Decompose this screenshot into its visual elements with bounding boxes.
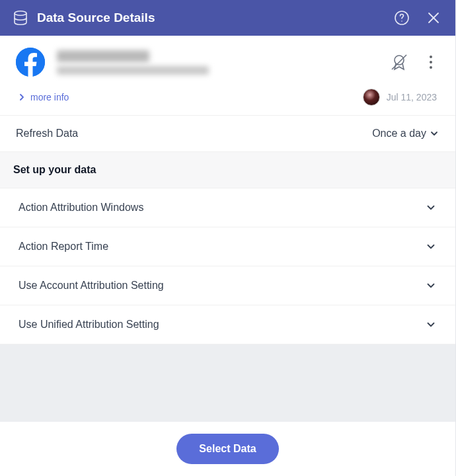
header-actions bbox=[393, 9, 442, 26]
more-info-row: more info Jul 11, 2023 bbox=[0, 86, 455, 116]
data-source-details-panel: Data Source Details bbox=[0, 0, 456, 476]
last-updated-date: Jul 11, 2023 bbox=[387, 92, 437, 102]
more-info-meta: Jul 11, 2023 bbox=[363, 89, 437, 106]
svg-point-8 bbox=[430, 56, 432, 58]
empty-area bbox=[0, 344, 455, 422]
source-subtitle-redacted bbox=[57, 66, 209, 75]
setup-section-header: Set up your data bbox=[0, 152, 455, 188]
chevron-down-icon bbox=[425, 202, 437, 214]
refresh-frequency-dropdown[interactable]: Once a day bbox=[372, 128, 439, 139]
use-unified-attribution-row[interactable]: Use Unified Attribution Setting bbox=[0, 305, 455, 344]
panel-title: Data Source Details bbox=[37, 11, 393, 25]
close-icon[interactable] bbox=[425, 9, 442, 26]
svg-point-6 bbox=[395, 56, 404, 65]
row-label: Use Account Attribution Setting bbox=[19, 280, 164, 292]
more-info-label: more info bbox=[30, 92, 69, 102]
select-data-button[interactable]: Select Data bbox=[176, 434, 278, 464]
source-name-redacted bbox=[57, 50, 149, 62]
panel-footer: Select Data bbox=[0, 422, 455, 476]
chevron-right-icon bbox=[19, 93, 25, 101]
database-icon bbox=[13, 10, 28, 26]
facebook-icon bbox=[16, 48, 45, 77]
help-icon[interactable] bbox=[393, 9, 410, 26]
source-title-block bbox=[57, 50, 376, 75]
chevron-down-icon bbox=[425, 319, 437, 331]
refresh-data-row: Refresh Data Once a day bbox=[0, 116, 455, 152]
source-summary-row bbox=[0, 36, 455, 86]
action-attribution-windows-row[interactable]: Action Attribution Windows bbox=[0, 188, 455, 227]
more-info-link[interactable]: more info bbox=[19, 92, 69, 102]
action-report-time-row[interactable]: Action Report Time bbox=[0, 227, 455, 266]
svg-point-2 bbox=[401, 20, 402, 22]
certification-icon[interactable] bbox=[388, 51, 410, 73]
row-label: Use Unified Attribution Setting bbox=[19, 319, 159, 331]
refresh-frequency-value: Once a day bbox=[372, 128, 426, 139]
row-label: Action Report Time bbox=[19, 241, 108, 253]
svg-point-0 bbox=[15, 11, 26, 15]
row-label: Action Attribution Windows bbox=[19, 202, 143, 214]
refresh-data-label: Refresh Data bbox=[16, 128, 78, 139]
panel-header: Data Source Details bbox=[0, 0, 455, 36]
svg-point-10 bbox=[430, 66, 432, 69]
chevron-down-icon bbox=[425, 241, 437, 253]
svg-point-9 bbox=[430, 61, 432, 63]
chevron-down-icon bbox=[429, 128, 439, 139]
more-options-icon[interactable] bbox=[422, 51, 439, 73]
chevron-down-icon bbox=[425, 280, 437, 292]
user-avatar[interactable] bbox=[363, 89, 380, 106]
use-account-attribution-row[interactable]: Use Account Attribution Setting bbox=[0, 266, 455, 305]
